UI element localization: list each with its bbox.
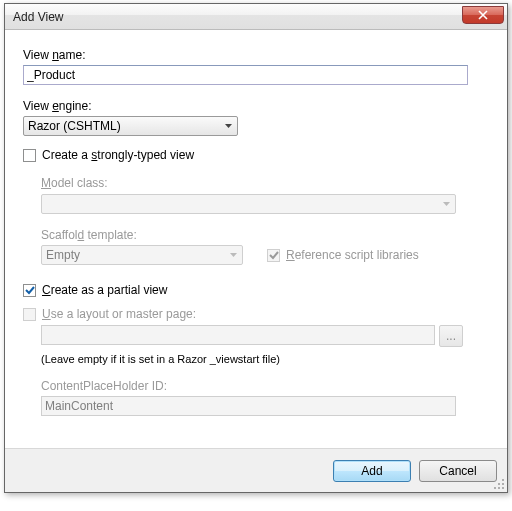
window-title: Add View xyxy=(13,10,63,24)
reference-scripts-label: Reference script libraries xyxy=(286,248,419,262)
use-layout-label: Use a layout or master page: xyxy=(42,307,196,321)
view-engine-value: Razor (CSHTML) xyxy=(28,119,220,133)
chevron-down-icon xyxy=(225,246,242,264)
partial-view-label[interactable]: Create as a partial view xyxy=(42,283,167,297)
layout-hint: (Leave empty if it is set in a Razor _vi… xyxy=(41,353,489,365)
partial-view-checkbox[interactable] xyxy=(23,284,36,297)
chevron-down-icon xyxy=(220,117,237,135)
cancel-button-label: Cancel xyxy=(439,464,476,478)
view-engine-label: View engine: xyxy=(23,99,92,113)
use-layout-checkbox xyxy=(23,308,36,321)
strongly-typed-label[interactable]: Create a strongly-typed view xyxy=(42,148,194,162)
add-view-dialog: Add View View name: View engine: Razor (… xyxy=(4,3,508,493)
view-name-input[interactable] xyxy=(23,65,468,85)
reference-scripts-checkbox xyxy=(267,249,280,262)
resize-grip[interactable] xyxy=(493,478,505,490)
model-class-label: Model class: xyxy=(41,176,108,190)
chevron-down-icon xyxy=(438,195,455,213)
ellipsis-icon: ... xyxy=(446,329,456,343)
svg-point-3 xyxy=(494,487,496,489)
scaffold-combo: Empty xyxy=(41,245,243,265)
strongly-typed-checkbox[interactable] xyxy=(23,149,36,162)
layout-path-input xyxy=(41,325,435,345)
svg-point-5 xyxy=(502,487,504,489)
add-button-label: Add xyxy=(361,464,382,478)
cph-input xyxy=(41,396,456,416)
cph-label: ContentPlaceHolder ID: xyxy=(41,379,167,393)
close-icon xyxy=(478,10,488,20)
svg-point-2 xyxy=(502,483,504,485)
add-button[interactable]: Add xyxy=(333,460,411,482)
model-class-combo xyxy=(41,194,456,214)
titlebar: Add View xyxy=(5,4,507,30)
view-engine-combo[interactable]: Razor (CSHTML) xyxy=(23,116,238,136)
dialog-body: View name: View engine: Razor (CSHTML) C… xyxy=(5,30,507,448)
scaffold-value: Empty xyxy=(46,248,225,262)
view-name-label: View name: xyxy=(23,48,86,62)
browse-button: ... xyxy=(439,325,463,347)
svg-point-1 xyxy=(498,483,500,485)
cancel-button[interactable]: Cancel xyxy=(419,460,497,482)
svg-point-0 xyxy=(502,479,504,481)
dialog-footer: Add Cancel xyxy=(5,448,507,492)
scaffold-label: Scaffold template: xyxy=(41,228,137,242)
close-button[interactable] xyxy=(462,6,504,24)
svg-point-4 xyxy=(498,487,500,489)
